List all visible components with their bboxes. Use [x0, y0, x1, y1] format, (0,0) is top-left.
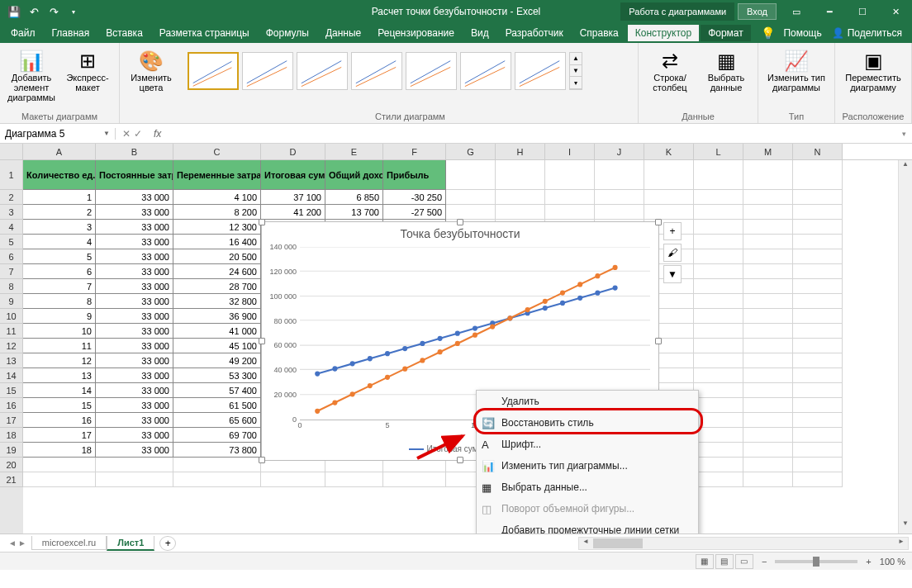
cell[interactable] [694, 220, 743, 235]
tab-developer[interactable]: Разработчик [498, 25, 571, 41]
cell[interactable]: 8 [23, 294, 96, 309]
add-chart-element-button[interactable]: 📊 Добавить элемент диаграммы [5, 46, 58, 106]
cell[interactable] [694, 353, 743, 368]
row-header[interactable]: 5 [0, 235, 23, 249]
tell-me-label[interactable]: Помощь [783, 27, 821, 39]
cell[interactable]: Количество ед. товара [23, 160, 96, 190]
select-data-button[interactable]: ▦ Выбрать данные [700, 46, 753, 96]
cell[interactable]: 4 100 [173, 190, 261, 205]
cell[interactable]: 28 700 [173, 279, 261, 294]
cell[interactable]: Постоянные затраты [96, 160, 173, 190]
cell[interactable] [446, 205, 496, 220]
chart-style-7[interactable] [515, 52, 566, 90]
cell[interactable] [793, 309, 843, 324]
tab-chart-format[interactable]: Формат [701, 25, 751, 41]
row-header[interactable]: 4 [0, 220, 23, 235]
cell[interactable] [743, 413, 793, 428]
tab-data[interactable]: Данные [318, 25, 368, 41]
ctx-add-minor-gridlines[interactable]: Добавить промежуточные линии сетки [477, 519, 698, 533]
cell[interactable]: 9 [23, 309, 96, 324]
cell[interactable]: 33 000 [96, 368, 173, 383]
cell[interactable] [743, 249, 793, 264]
cell[interactable] [743, 279, 793, 294]
cell[interactable] [743, 309, 793, 324]
cell[interactable] [383, 472, 446, 487]
cell[interactable]: 6 [23, 264, 96, 279]
cell[interactable]: 33 000 [96, 309, 173, 324]
cell[interactable] [743, 190, 793, 205]
cell[interactable]: Итоговая сумма зарат [261, 160, 325, 190]
row-header[interactable]: 20 [0, 458, 23, 472]
cell[interactable]: 18 [23, 443, 96, 458]
cell[interactable]: 33 000 [96, 353, 173, 368]
cell[interactable] [694, 443, 743, 458]
cell[interactable]: 33 000 [96, 294, 173, 309]
zoom-out-icon[interactable]: − [762, 557, 767, 567]
cell[interactable]: 7 [23, 279, 96, 294]
chart-style-5[interactable] [406, 52, 457, 90]
cell[interactable]: 15 [23, 398, 96, 413]
cell[interactable]: 12 [23, 353, 96, 368]
row-header[interactable]: 13 [0, 353, 23, 368]
cell[interactable] [644, 160, 694, 190]
cell[interactable] [793, 249, 843, 264]
cell[interactable]: 20 500 [173, 249, 261, 264]
cell[interactable] [595, 190, 644, 205]
row-header[interactable]: 10 [0, 309, 23, 324]
cell[interactable] [694, 235, 743, 249]
new-sheet-button[interactable]: + [159, 536, 176, 551]
cell[interactable] [743, 160, 793, 190]
cell[interactable] [743, 324, 793, 339]
tab-home[interactable]: Главная [45, 25, 97, 41]
close-icon[interactable]: ✕ [879, 0, 912, 23]
name-box-dropdown-icon[interactable]: ▼ [103, 130, 110, 137]
cell[interactable] [743, 353, 793, 368]
cell[interactable] [793, 324, 843, 339]
fx-icon[interactable]: fx [149, 128, 166, 140]
chart-style-6[interactable] [460, 52, 511, 90]
formula-input[interactable] [166, 128, 895, 140]
cell[interactable]: 16 400 [173, 235, 261, 249]
cell[interactable]: 24 600 [173, 264, 261, 279]
row-header[interactable]: 7 [0, 264, 23, 279]
tell-me-icon[interactable]: 💡 [761, 26, 775, 40]
cell[interactable] [545, 190, 595, 205]
col-header[interactable]: I [545, 144, 595, 159]
undo-icon[interactable]: ↶ [25, 2, 43, 21]
cell[interactable]: 33 000 [96, 249, 173, 264]
cell[interactable]: 33 000 [96, 398, 173, 413]
cell[interactable]: 41 000 [173, 324, 261, 339]
cell[interactable] [793, 472, 843, 487]
row-header[interactable]: 14 [0, 368, 23, 383]
cell[interactable] [793, 383, 843, 398]
cell[interactable] [793, 443, 843, 458]
cell[interactable]: 65 600 [173, 413, 261, 428]
cell[interactable]: 33 000 [96, 279, 173, 294]
chart-styles-icon[interactable]: 🖌 [663, 244, 682, 262]
col-header[interactable]: L [694, 144, 743, 159]
row-header[interactable]: 1 [0, 160, 23, 190]
row-header[interactable]: 17 [0, 413, 23, 428]
col-header[interactable]: G [446, 144, 496, 159]
cell[interactable]: Общий доход [325, 160, 383, 190]
sheet-tab-2[interactable]: Лист1 [107, 536, 154, 551]
scroll-down-icon[interactable]: ▼ [899, 519, 912, 533]
cell[interactable] [793, 368, 843, 383]
cell[interactable]: 36 900 [173, 309, 261, 324]
cell[interactable] [496, 205, 545, 220]
cell[interactable] [694, 324, 743, 339]
cell[interactable] [743, 205, 793, 220]
cell[interactable]: 33 000 [96, 190, 173, 205]
cell[interactable] [694, 413, 743, 428]
cell[interactable] [743, 294, 793, 309]
cell[interactable]: 37 100 [261, 190, 325, 205]
select-all-corner[interactable] [0, 144, 23, 159]
cell[interactable] [694, 294, 743, 309]
cell[interactable]: 13 [23, 368, 96, 383]
cell[interactable]: 12 300 [173, 220, 261, 235]
style-gallery-scroll[interactable]: ▲▼▾ [569, 52, 582, 90]
col-header[interactable]: K [644, 144, 694, 159]
col-header[interactable]: A [23, 144, 96, 159]
horizontal-scrollbar[interactable]: ◄► [578, 537, 909, 550]
sheet-tab-1[interactable]: microexcel.ru [31, 536, 107, 550]
